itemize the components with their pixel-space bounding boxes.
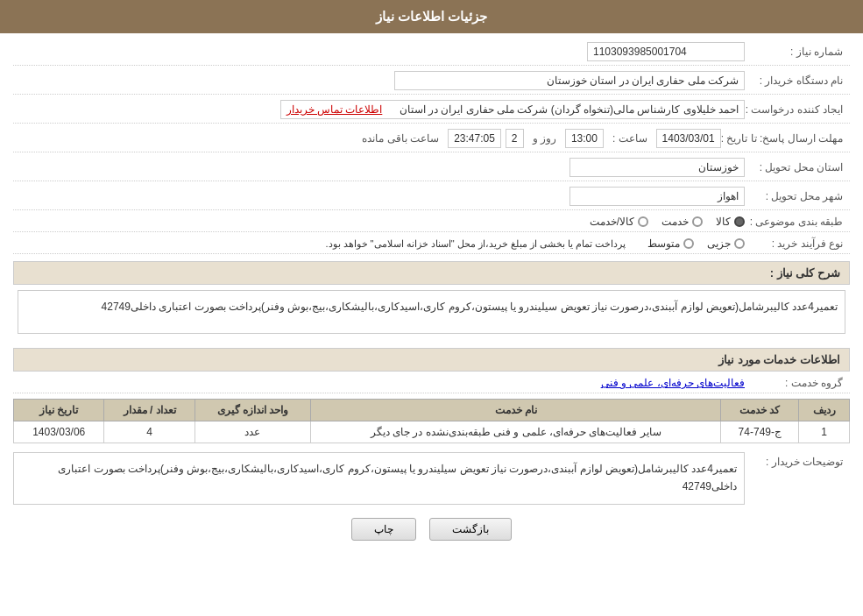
- city-label: شهر محل تحویل :: [745, 190, 850, 202]
- province-value: خوزستان: [569, 158, 745, 177]
- creator-row: ایجاد کننده درخواست : احمد خلیلاوی کارشن…: [13, 100, 850, 124]
- page-header: جزئیات اطلاعات نیاز: [0, 0, 863, 33]
- need-number-value: 1103093985001704: [587, 42, 745, 61]
- deadline-row: مهلت ارسال پاسخ: تا تاریخ : 1403/03/01 س…: [13, 129, 850, 152]
- buyer-name-value: شرکت ملی حفاری ایران در استان خوزستان: [394, 71, 745, 90]
- general-desc-title: شرح کلی نیاز :: [13, 261, 850, 285]
- cell-name: سایر فعالیت‌های حرفه‌ای، علمی و فنی طبقه…: [311, 421, 721, 443]
- category-kala-radio: [734, 216, 745, 227]
- purchase-type-motavasset: متوسط: [647, 237, 694, 250]
- button-row: بازگشت چاپ: [13, 518, 850, 541]
- col-row-num: ردیف: [799, 400, 850, 421]
- services-table-header: ردیف کد خدمت نام خدمت واحد اندازه گیری ت…: [14, 400, 850, 421]
- category-kala-khedmat-radio: [638, 216, 648, 227]
- col-unit: واحد اندازه گیری: [195, 400, 310, 421]
- col-quantity: تعداد / مقدار: [104, 400, 195, 421]
- city-row: شهر محل تحویل : اهواز: [13, 187, 850, 210]
- print-button[interactable]: چاپ: [351, 518, 416, 541]
- purchase-note: پرداخت تمام یا بخشی از مبلغ خرید،از محل …: [325, 238, 626, 250]
- cell-code: ج-749-74: [721, 421, 799, 443]
- category-options: کالا خدمت کالا/خدمت: [590, 216, 745, 228]
- deadline-date-value: 1403/03/01: [656, 129, 721, 148]
- purchase-type-row: نوع فرآیند خرید : جزیی متوسط پرداخت تمام…: [13, 237, 850, 254]
- deadline-day-label: روز و: [533, 132, 556, 145]
- purchase-type-label: نوع فرآیند خرید :: [745, 237, 850, 250]
- services-table: ردیف کد خدمت نام خدمت واحد اندازه گیری ت…: [13, 399, 850, 443]
- buyer-desc-label: توضیحات خریدار :: [745, 452, 850, 468]
- creator-link[interactable]: اطلاعات تماس خریدار: [286, 103, 383, 116]
- category-row: طبقه بندی موضوعی : کالا خدمت کالا/خدمت: [13, 216, 850, 232]
- back-button[interactable]: بازگشت: [429, 518, 512, 541]
- purchase-jozii-radio: [734, 238, 745, 249]
- deadline-time-value: 13:00: [565, 129, 604, 148]
- purchase-type-options: جزیی متوسط: [647, 237, 745, 250]
- creator-value: احمد خلیلاوی کارشناس مالی(تنخواه گردان) …: [280, 100, 745, 119]
- buyer-desc-row: توضیحات خریدار : تعمیر4عدد کالیبرشامل(تع…: [13, 452, 850, 505]
- deadline-remaining-label: ساعت باقی مانده: [362, 132, 439, 145]
- deadline-label: مهلت ارسال پاسخ: تا تاریخ :: [721, 132, 850, 145]
- general-desc-label: شرح کلی نیاز :: [770, 266, 840, 280]
- cell-row-num: 1: [799, 421, 850, 443]
- buyer-name-row: نام دستگاه خریدار : شرکت ملی حفاری ایران…: [13, 71, 850, 95]
- need-number-label: شماره نیاز :: [745, 46, 850, 58]
- col-code: کد خدمت: [721, 400, 799, 421]
- services-section-title: اطلاعات خدمات مورد نیاز: [13, 348, 850, 372]
- service-group-value[interactable]: فعالیت‌های حرفه‌ای، علمی و فنی: [601, 377, 745, 389]
- service-group-label: گروه خدمت :: [745, 377, 850, 389]
- buyer-desc-value: تعمیر4عدد کالیبرشامل(تعویض لوازم آببندی،…: [13, 452, 745, 505]
- creator-label: ایجاد کننده درخواست :: [745, 103, 850, 116]
- category-khedmat-radio: [692, 216, 703, 227]
- services-table-body: 1 ج-749-74 سایر فعالیت‌های حرفه‌ای، علمی…: [14, 421, 850, 443]
- category-kala-label: کالا: [716, 216, 731, 228]
- need-number-row: شماره نیاز : 1103093985001704: [13, 42, 850, 66]
- category-kala-khedmat-label: کالا/خدمت: [590, 216, 634, 228]
- province-label: استان محل تحویل :: [745, 161, 850, 173]
- category-khedmat: خدمت: [661, 216, 703, 228]
- category-label: طبقه بندی موضوعی :: [745, 216, 850, 228]
- page-title: جزئیات اطلاعات نیاز: [376, 9, 487, 24]
- creator-text: احمد خلیلاوی کارشناس مالی(تنخواه گردان) …: [400, 103, 739, 116]
- province-row: استان محل تحویل : خوزستان: [13, 158, 850, 181]
- buyer-name-label: نام دستگاه خریدار :: [745, 74, 850, 87]
- deadline-remaining-value: 23:47:05: [448, 129, 501, 148]
- cell-unit: عدد: [195, 421, 310, 443]
- deadline-days-value: 2: [506, 129, 524, 148]
- purchase-type-jozii: جزیی: [707, 237, 745, 250]
- table-row: 1 ج-749-74 سایر فعالیت‌های حرفه‌ای، علمی…: [14, 421, 850, 443]
- general-desc-value: تعمیر4عدد کالیبرشامل(تعویض لوازم آببندی،…: [18, 290, 845, 334]
- purchase-motavasset-label: متوسط: [647, 237, 680, 250]
- category-khedmat-label: خدمت: [661, 216, 689, 228]
- city-value: اهواز: [569, 187, 745, 206]
- col-name: نام خدمت: [311, 400, 721, 421]
- deadline-time-label: ساعت :: [612, 132, 647, 145]
- purchase-jozii-label: جزیی: [707, 237, 731, 250]
- cell-quantity: 4: [104, 421, 195, 443]
- category-kala-khedmat: کالا/خدمت: [590, 216, 648, 228]
- col-date: تاریخ نیاز: [14, 400, 104, 421]
- purchase-motavasset-radio: [683, 238, 694, 249]
- category-kala: کالا: [716, 216, 745, 228]
- service-group-row: گروه خدمت : فعالیت‌های حرفه‌ای، علمی و ف…: [13, 377, 850, 393]
- cell-date: 1403/03/06: [14, 421, 104, 443]
